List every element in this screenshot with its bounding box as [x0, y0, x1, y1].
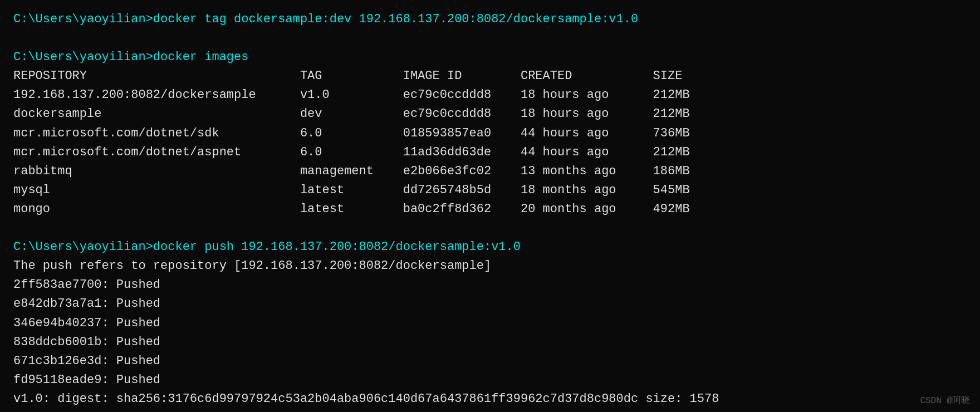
- table-header: REPOSITORY TAG IMAGE ID CREATED SIZE: [13, 67, 967, 86]
- table-row-1: 192.168.137.200:8082/dockersample v1.0 e…: [13, 86, 967, 105]
- push-output-5: 838ddcb6001b: Pushed: [13, 333, 967, 352]
- line-1: C:\Users\yaoyilian>docker tag dockersamp…: [13, 10, 967, 29]
- line-push-command: C:\Users\yaoyilian>docker push 192.168.1…: [13, 238, 967, 257]
- table-row-4: mcr.microsoft.com/dotnet/aspnet 6.0 11ad…: [13, 143, 967, 162]
- table-row-5: rabbitmq management e2b066e3fc02 13 mont…: [13, 162, 967, 181]
- table-row-3: mcr.microsoft.com/dotnet/sdk 6.0 0185938…: [13, 124, 967, 143]
- push-output-4: 346e94b40237: Pushed: [13, 314, 967, 333]
- push-output-7: fd95118eade9: Pushed: [13, 371, 967, 390]
- table-row-7: mongo latest ba0c2ff8d362 20 months ago …: [13, 200, 967, 219]
- line-blank-1: [13, 29, 967, 48]
- push-output-3: e842db73a7a1: Pushed: [13, 295, 967, 313]
- line-2: C:\Users\yaoyilian>docker images: [13, 48, 967, 67]
- watermark: CSDN @阿晓: [920, 395, 970, 406]
- push-output-6: 671c3b126e3d: Pushed: [13, 352, 967, 371]
- push-output-2: 2ff583ae7700: Pushed: [13, 276, 967, 295]
- push-output-1: The push refers to repository [192.168.1…: [13, 257, 967, 276]
- table-row-6: mysql latest dd7265748b5d 18 months ago …: [13, 181, 967, 200]
- line-blank-2: [13, 219, 967, 238]
- push-digest: v1.0: digest: sha256:3176c6d99797924c53a…: [13, 390, 967, 409]
- table-row-2: dockersample dev ec79c0ccddd8 18 hours a…: [13, 105, 967, 124]
- terminal-window: C:\Users\yaoyilian>docker tag dockersamp…: [13, 10, 967, 402]
